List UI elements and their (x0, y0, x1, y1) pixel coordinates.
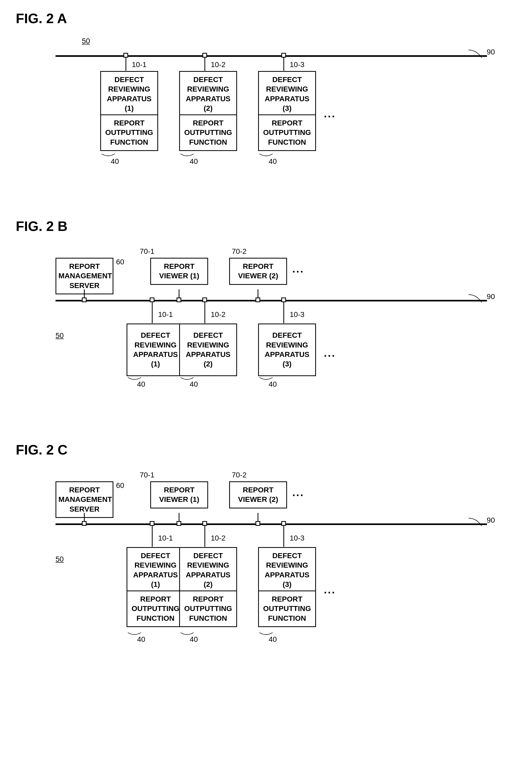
fig2c-ref90-arrow (466, 515, 487, 529)
fig2c-device-dots: ... (324, 584, 336, 596)
fig2c-conn2 (202, 521, 207, 526)
fig2a-ref-50: 50 (82, 37, 90, 45)
fig2b-vline1 (152, 302, 153, 323)
fig2c-device1-bottom: REPORTOUTPUTTINGFUNCTION (126, 590, 185, 627)
figure-2a: FIG. 2 A 50 90 10-1 DEFECTREVIEWINGAPPAR… (16, 11, 516, 197)
fig2c-device3-bottom: REPORTOUTPUTTINGFUNCTION (258, 590, 316, 627)
fig2b-server: REPORTMANAGEMENTSERVER (55, 258, 114, 294)
fig2c-ref40-3-arrow (258, 631, 279, 639)
fig2a-label: FIG. 2 A (16, 11, 516, 26)
fig2b-viewer2-vline (258, 289, 259, 297)
figure-2b: FIG. 2 B 90 50 REPORTMANAGEMENTSERVER 60… (16, 218, 516, 421)
fig2c-ref10-3: 10-3 (290, 534, 304, 542)
fig2a-device3-top: DEFECTREVIEWINGAPPARATUS (3) (258, 71, 316, 117)
fig2a-device2-bottom: REPORTOUTPUTTINGFUNCTION (179, 114, 237, 151)
fig2c-server-vline (84, 513, 85, 521)
fig2c-ref40-2-arrow (179, 631, 200, 639)
fig2b-viewer1: REPORTVIEWER (1) (150, 258, 208, 285)
fig2a-vline3 (283, 58, 284, 71)
fig2b-ref-90: 90 (487, 292, 495, 301)
fig2b-ref-50: 50 (55, 332, 64, 340)
fig2c-viewer1-vline (179, 513, 180, 521)
fig2b-ref10-2: 10-2 (211, 310, 225, 319)
fig2b-ref40-3-arrow (258, 376, 279, 384)
fig2b-ref70-1: 70-1 (140, 247, 154, 256)
fig2a-ref10-3: 10-3 (290, 60, 304, 69)
fig2c-viewer1: REPORTVIEWER (1) (150, 481, 208, 508)
fig2b-ref40-2-arrow (179, 376, 200, 384)
fig2c-vline3 (283, 526, 284, 547)
fig2b-viewer2-conn (256, 297, 260, 302)
fig2c-ref40-1-arrow (126, 631, 148, 639)
fig2c-device2-top: DEFECTREVIEWINGAPPARATUS (2) (179, 547, 237, 593)
fig2a-device1-bottom: REPORTOUTPUTTINGFUNCTION (100, 114, 158, 151)
fig2b-device-dots: ... (324, 347, 336, 359)
fig2b-ref10-1: 10-1 (158, 310, 173, 319)
fig2c-conn1 (150, 521, 154, 526)
fig2b-device1: DEFECTREVIEWINGAPPARATUS (1) (126, 324, 185, 376)
fig2b-viewer1-vline (179, 289, 180, 297)
fig2b-conn3 (281, 297, 286, 302)
fig2a-ref40-1-arrow (100, 153, 121, 160)
fig2b-conn1 (150, 297, 154, 302)
fig2b-device2: DEFECTREVIEWINGAPPARATUS (2) (179, 324, 237, 376)
fig2c-viewer2-conn (256, 521, 260, 526)
fig2c-ref-60: 60 (116, 481, 124, 490)
fig2a-conn1 (123, 53, 128, 58)
fig2a-ref90-arrow (466, 47, 487, 60)
fig2c-viewer2-vline (258, 513, 259, 521)
fig2a-vline1 (125, 58, 126, 71)
fig2c-viewer-dots: ... (292, 487, 304, 498)
fig2b-vline2 (204, 302, 205, 323)
fig2c-vline1 (152, 526, 153, 547)
fig2b-server-vline (84, 289, 85, 297)
fig2c-conn3 (281, 521, 286, 526)
fig2a-ref40-2-arrow (179, 153, 200, 160)
fig2c-server-conn (82, 521, 87, 526)
fig2c-ref70-2: 70-2 (232, 471, 247, 479)
fig2c-network-line (55, 523, 487, 525)
fig2b-viewer1-conn (177, 297, 181, 302)
fig2c-label: FIG. 2 C (16, 442, 516, 458)
fig2c-device3-top: DEFECTREVIEWINGAPPARATUS (3) (258, 547, 316, 593)
fig2b-viewer-dots: ... (292, 263, 304, 275)
fig2b-network-line (55, 300, 487, 301)
fig2b-device3: DEFECTREVIEWINGAPPARATUS (3) (258, 324, 316, 376)
fig2b-ref10-3: 10-3 (290, 310, 304, 319)
fig2a-device1-top: DEFECTREVIEWINGAPPARATUS (1) (100, 71, 158, 117)
fig2c-device2-bottom: REPORTOUTPUTTINGFUNCTION (179, 590, 237, 627)
fig2c-ref70-1: 70-1 (140, 471, 154, 479)
fig2a-device3-bottom: REPORTOUTPUTTINGFUNCTION (258, 114, 316, 151)
fig2a-network-line (55, 55, 487, 57)
fig2b-vline3 (283, 302, 284, 323)
fig2c-viewer1-conn (177, 521, 181, 526)
fig2b-viewer2: REPORTVIEWER (2) (229, 258, 287, 285)
fig2a-device2-top: DEFECTREVIEWINGAPPARATUS (2) (179, 71, 237, 117)
fig2c-viewer2: REPORTVIEWER (2) (229, 481, 287, 508)
fig2b-ref70-2: 70-2 (232, 247, 247, 256)
fig2a-conn2 (202, 53, 207, 58)
fig2a-conn3 (281, 53, 286, 58)
fig2a-ref-90: 90 (487, 48, 495, 56)
fig2b-server-conn (82, 297, 87, 302)
fig2b-ref-60: 60 (116, 258, 124, 266)
fig2a-vline2 (204, 58, 205, 71)
fig2c-ref-90: 90 (487, 516, 495, 524)
fig2b-conn2 (202, 297, 207, 302)
fig2a-ref40-3-arrow (258, 153, 279, 160)
fig2b-ref90-arrow (466, 292, 487, 305)
fig2b-label: FIG. 2 B (16, 218, 516, 234)
fig2c-device1-top: DEFECTREVIEWINGAPPARATUS (1) (126, 547, 185, 593)
figure-2c: FIG. 2 C 90 50 REPORTMANAGEMENTSERVER 60… (16, 442, 516, 676)
fig2c-server: REPORTMANAGEMENTSERVER (55, 481, 114, 518)
fig2a-dots: ... (324, 108, 336, 120)
fig2c-ref10-1: 10-1 (158, 534, 173, 542)
fig2c-ref10-2: 10-2 (211, 534, 225, 542)
fig2a-ref10-2: 10-2 (211, 60, 225, 69)
fig2c-vline2 (204, 526, 205, 547)
fig2a-ref10-1: 10-1 (132, 60, 147, 69)
fig2c-ref-50: 50 (55, 555, 64, 564)
fig2b-ref40-1-arrow (126, 376, 148, 384)
